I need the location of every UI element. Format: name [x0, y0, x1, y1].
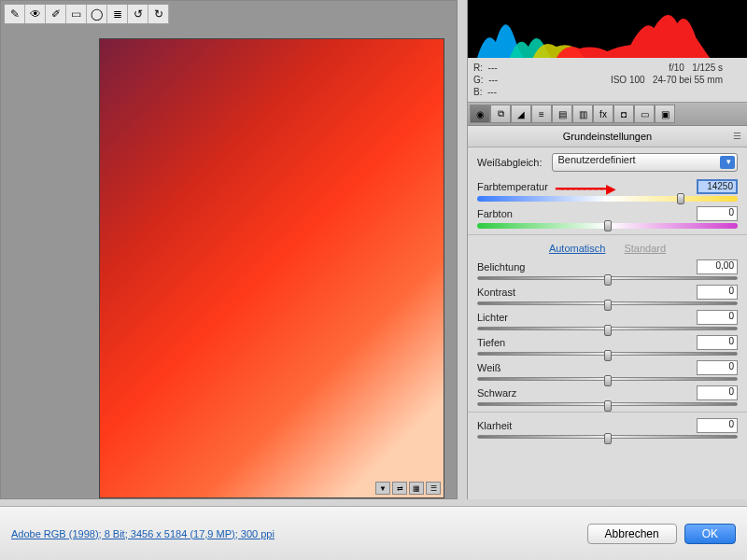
highlights-slider[interactable] — [477, 327, 738, 330]
tab-split-icon[interactable]: ▤ — [552, 105, 572, 123]
ok-button[interactable]: OK — [684, 524, 736, 544]
sliders-icon[interactable]: ☰ — [426, 482, 441, 495]
brush-tool-icon[interactable]: ✐ — [46, 5, 66, 23]
contrast-label: Kontrast — [477, 287, 515, 298]
g-label: G: — [473, 75, 484, 85]
contrast-slider[interactable] — [477, 301, 738, 305]
whites-value[interactable]: 0 — [697, 360, 738, 375]
oval-tool-icon[interactable]: ◯ — [87, 5, 107, 23]
b-value: --- — [487, 87, 497, 97]
tab-basic-icon[interactable]: ◉ — [470, 105, 490, 123]
temp-value[interactable]: 14250 — [697, 179, 738, 194]
tab-curve-icon[interactable]: ⧉ — [490, 105, 511, 123]
grid-icon[interactable]: ▦ — [409, 482, 424, 495]
aperture: f/10 — [669, 63, 684, 73]
whites-thumb[interactable] — [604, 375, 612, 386]
image-preview[interactable]: ▼ ⇄ ▦ ☰ — [99, 38, 444, 498]
shadows-thumb[interactable] — [604, 350, 612, 361]
toolbar: ✎ 👁 ✐ ▭ ◯ ≣ ↺ ↻ — [4, 4, 170, 24]
image-info-link[interactable]: Adobe RGB (1998); 8 Bit; 3456 x 5184 (17… — [11, 528, 275, 539]
whites-label: Weiß — [477, 362, 500, 373]
standard-link[interactable]: Standard — [624, 243, 666, 254]
panel-title-text: Grundeinstellungen — [563, 131, 652, 142]
annotation-arrow: ━━━━━━━━━▶ — [556, 181, 614, 196]
right-panel: R: --- G: --- B: --- f/10 1/125 s ISO 10… — [467, 0, 747, 499]
highlights-label: Lichter — [477, 312, 508, 323]
preview-area: ✎ 👁 ✐ ▭ ◯ ≣ ↺ ↻ ▼ ⇄ ▦ ☰ — [0, 0, 458, 499]
b-label: B: — [473, 87, 482, 97]
shadows-value[interactable]: 0 — [697, 335, 738, 350]
clarity-label: Klarheit — [477, 420, 512, 431]
tab-hsl-icon[interactable]: ≡ — [531, 105, 552, 123]
rotate-right-icon[interactable]: ↻ — [148, 5, 169, 23]
clarity-value[interactable]: 0 — [697, 418, 738, 433]
clarity-thumb[interactable] — [604, 433, 612, 444]
tab-snapshots-icon[interactable]: ▣ — [655, 105, 675, 123]
temp-slider[interactable]: ━━━━━━━━━▶ — [477, 196, 738, 202]
highlights-thumb[interactable] — [604, 325, 612, 336]
wb-select[interactable]: Benutzerdefiniert — [552, 153, 739, 172]
eye-tool-icon[interactable]: 👁 — [25, 5, 46, 23]
separator — [468, 234, 747, 235]
rect-tool-icon[interactable]: ▭ — [66, 5, 87, 23]
shadows-slider[interactable] — [477, 352, 738, 356]
blacks-thumb[interactable] — [604, 400, 612, 412]
preview-footer-controls: ▼ ⇄ ▦ ☰ — [375, 482, 441, 495]
shadows-label: Tiefen — [477, 337, 505, 348]
r-label: R: — [473, 63, 483, 73]
cancel-button[interactable]: Abbrechen — [587, 524, 677, 544]
temp-thumb[interactable] — [677, 193, 684, 204]
panel-menu-icon[interactable]: ☰ — [733, 131, 741, 141]
tab-camera-icon[interactable]: ◘ — [613, 105, 634, 123]
list-tool-icon[interactable]: ≣ — [107, 5, 128, 23]
metadata: R: --- G: --- B: --- f/10 1/125 s ISO 10… — [468, 58, 747, 102]
histogram[interactable] — [468, 0, 747, 58]
wb-value: Benutzerdefiniert — [558, 154, 636, 165]
tab-lens-icon[interactable]: ▥ — [572, 105, 593, 123]
panel-tabs: ◉ ⧉ ◢ ≡ ▤ ▥ fx ◘ ▭ ▣ — [468, 102, 747, 126]
shutter: 1/125 s — [692, 63, 723, 73]
exposure-label: Belichtung — [477, 261, 525, 273]
exposure-value[interactable]: 0,00 — [697, 259, 738, 274]
tab-presets-icon[interactable]: ▭ — [634, 105, 655, 123]
contrast-thumb[interactable] — [604, 300, 612, 311]
tab-fx-icon[interactable]: fx — [593, 105, 613, 123]
iso: ISO 100 — [611, 75, 645, 85]
separator — [468, 412, 747, 413]
exposure-slider[interactable] — [477, 276, 738, 280]
tab-detail-icon[interactable]: ◢ — [511, 105, 531, 123]
basic-controls: Weißabgleich: Benutzerdefiniert Farbtemp… — [468, 147, 747, 449]
g-value: --- — [488, 75, 498, 85]
lens: 24-70 bei 55 mm — [653, 75, 723, 85]
tint-slider[interactable] — [477, 223, 738, 229]
exposure-thumb[interactable] — [604, 274, 612, 286]
r-value: --- — [488, 63, 498, 73]
contrast-value[interactable]: 0 — [697, 285, 738, 300]
wb-label: Weißabgleich: — [477, 157, 543, 168]
blacks-value[interactable]: 0 — [697, 385, 738, 400]
compare-icon[interactable]: ⇄ — [392, 482, 407, 495]
panel-title: Grundeinstellungen ☰ — [468, 126, 747, 147]
clarity-slider[interactable] — [477, 435, 738, 439]
tint-label: Farbton — [477, 208, 513, 219]
filter-icon[interactable]: ▼ — [375, 482, 390, 495]
tint-value[interactable]: 0 — [697, 206, 738, 221]
crop-tool-icon[interactable]: ✎ — [5, 5, 25, 23]
temp-label: Farbtemperatur — [477, 181, 548, 192]
highlights-value[interactable]: 0 — [697, 310, 738, 325]
whites-slider[interactable] — [477, 377, 738, 381]
auto-link[interactable]: Automatisch — [549, 243, 606, 254]
blacks-slider[interactable] — [477, 402, 738, 406]
blacks-label: Schwarz — [477, 387, 516, 399]
rotate-left-icon[interactable]: ↺ — [128, 5, 148, 23]
tint-thumb[interactable] — [604, 220, 612, 231]
footer: Adobe RGB (1998); 8 Bit; 3456 x 5184 (17… — [0, 506, 747, 560]
